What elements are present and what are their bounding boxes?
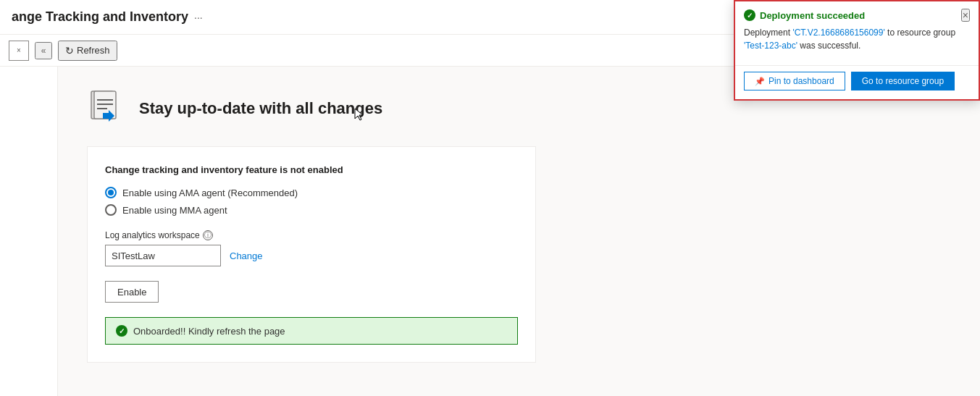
refresh-button[interactable]: ↻ Refresh [58,41,117,61]
radio-group: Enable using AMA agent (Recommended) Ena… [105,187,518,216]
info-icon: ⓘ [203,230,213,240]
close-button[interactable]: × [9,41,29,61]
radio-mma-label: Enable using MMA agent [122,205,227,216]
notification-popup: Deployment succeeded × Deployment 'CT.V2… [734,0,980,101]
radio-mma-option[interactable]: Enable using MMA agent [105,204,518,216]
notification-actions: 📌 Pin to dashboard Go to resource group [735,72,979,99]
pin-icon: 📌 [755,77,765,86]
radio-mma-circle [105,204,117,216]
notification-body-end: was successful. [797,41,860,51]
radio-ama-option[interactable]: Enable using AMA agent (Recommended) [105,187,518,198]
workspace-input-row: Change [105,245,518,266]
refresh-label: Refresh [77,45,110,56]
feature-card-title: Change tracking and inventory feature is… [105,164,518,175]
enable-button[interactable]: Enable [105,281,159,303]
notification-body-text: Deployment [744,28,792,38]
workspace-label: Log analytics workspace ⓘ [105,230,518,240]
page-title-text: ange Tracking and Inventory [12,9,188,25]
workspace-section: Log analytics workspace ⓘ Change [105,230,518,266]
pin-to-dashboard-label: Pin to dashboard [768,76,834,86]
hero-icon [87,88,127,129]
success-message: Onboarded!! Kindly refresh the page [133,326,285,337]
refresh-icon: ↻ [65,45,74,56]
notification-title: Deployment succeeded [744,9,865,21]
left-sidebar [0,67,58,396]
notification-success-icon [744,9,755,21]
notification-body: Deployment 'CT.V2.1668686156099' to reso… [735,26,979,59]
radio-ama-label: Enable using AMA agent (Recommended) [122,188,298,198]
go-to-resource-group-button[interactable]: Go to resource group [851,72,955,90]
notification-deployment-link[interactable]: 'CT.V2.1668686156099' [792,28,884,38]
page-title: ange Tracking and Inventory ··· [12,9,203,25]
workspace-input[interactable] [105,245,221,266]
notification-header: Deployment succeeded × [735,1,979,26]
page-title-ellipsis[interactable]: ··· [194,12,203,23]
hero-title: Stay up-to-date with all changes [139,99,382,118]
workspace-change-link[interactable]: Change [230,250,263,261]
notification-divider [735,65,979,66]
pin-to-dashboard-button[interactable]: 📌 Pin to dashboard [744,72,845,90]
notification-close-button[interactable]: × [961,9,970,22]
radio-ama-circle [105,187,117,198]
success-icon [116,325,127,337]
success-banner: Onboarded!! Kindly refresh the page [105,317,518,345]
notification-resource-group-link[interactable]: 'Test-123-abc' [744,41,797,51]
feature-card: Change tracking and inventory feature is… [87,146,536,363]
main-content: Stay up-to-date with all changes Change … [58,67,980,396]
notification-body-mid: to resource group [885,28,955,38]
notification-title-text: Deployment succeeded [760,10,865,21]
workspace-label-text: Log analytics workspace [105,230,200,240]
chevron-left-button[interactable]: « [35,42,52,59]
